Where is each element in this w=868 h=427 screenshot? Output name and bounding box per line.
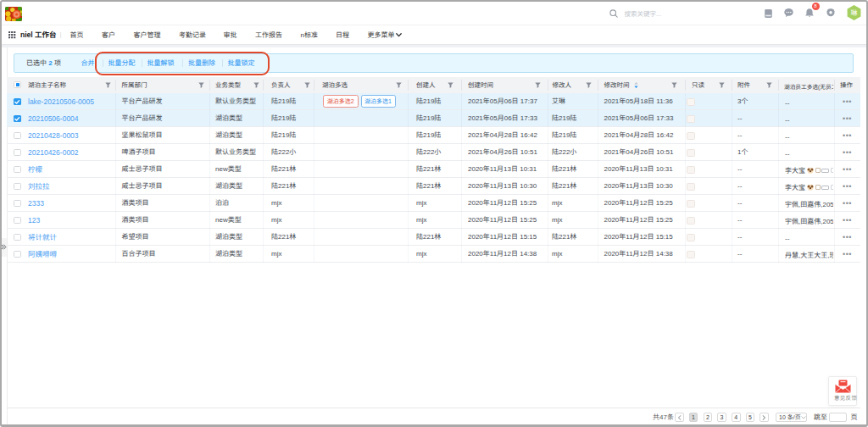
svg-text:琳: 琳 bbox=[851, 8, 858, 17]
